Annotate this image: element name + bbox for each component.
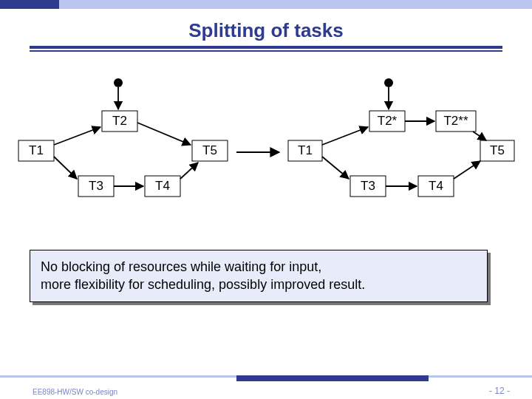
footer: EE898-HW/SW co-design - 12 -: [0, 371, 532, 399]
node-label: T2**: [443, 114, 468, 128]
node-label: T3: [361, 179, 375, 193]
node-label: T5: [490, 143, 505, 157]
footer-accent-dark: [236, 375, 429, 381]
node-label: T3: [89, 179, 103, 193]
edge: [180, 163, 198, 179]
footer-accent-bar: [0, 375, 532, 383]
edge: [454, 161, 480, 179]
start-dot-icon: [114, 78, 123, 87]
title-underline-thin: [30, 50, 502, 52]
caption-line: No blocking of resources while waiting f…: [41, 259, 321, 274]
node-label: T1: [29, 143, 44, 157]
node-label: T4: [155, 179, 170, 193]
node-label: T2: [112, 114, 127, 128]
page-number: - 12 -: [489, 386, 510, 396]
graph-left: T1 T2 T3 T4 T5: [18, 78, 228, 197]
edge: [54, 127, 100, 145]
edge: [473, 132, 486, 140]
course-code: EE898-HW/SW co-design: [33, 388, 117, 396]
node-label: T4: [429, 179, 443, 193]
caption-line: more flexibility for scheduling, possibl…: [41, 277, 365, 292]
node-label: T2*: [378, 114, 398, 128]
start-dot-icon: [384, 78, 393, 87]
caption-box: No blocking of resources while waiting f…: [30, 250, 488, 302]
edge: [322, 127, 368, 145]
node-label: T5: [202, 143, 217, 157]
title-underline-thick: [30, 46, 502, 49]
node-label: T1: [298, 143, 313, 157]
edge: [54, 157, 77, 179]
footer-accent-light-right: [429, 375, 532, 378]
slide-title: Splitting of tasks: [0, 19, 532, 42]
edge: [322, 157, 349, 179]
top-accent-dark: [0, 0, 59, 9]
top-accent-bar: [0, 0, 532, 9]
edge: [137, 123, 191, 145]
top-accent-light: [59, 0, 532, 9]
footer-accent-light-left: [0, 375, 236, 378]
task-graph-diagram: T1 T2 T3 T4 T5: [15, 66, 517, 214]
slide: Splitting of tasks T1 T2 T3: [0, 0, 532, 399]
graph-right: T1 T2* T2** T3 T4 T5: [288, 78, 514, 197]
